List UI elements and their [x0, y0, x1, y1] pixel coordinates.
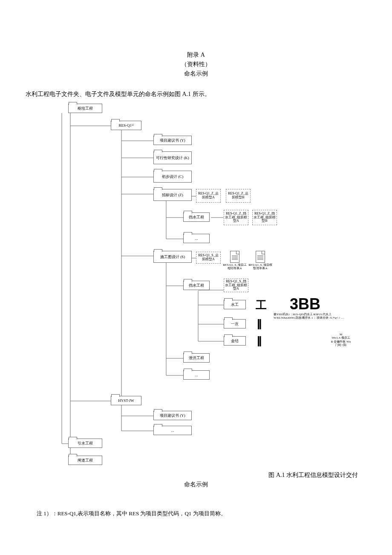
header-line-1: 附录 A [26, 51, 366, 59]
folder-proposal-label: 项目建议书 (Y) [160, 138, 185, 143]
folder-feasibility: 可行性研究设计 (K) [153, 151, 192, 164]
file-dam-model-a: RES-Q1_Z_挡水工程_组装模型A [224, 210, 248, 225]
tiny-line-6: 门时○阳 [324, 343, 358, 347]
folder-hyst-more-label: ... [171, 428, 174, 433]
file-constr-dam-model-label: RES-Q1_S_挡水工程_组装模型A [225, 280, 247, 291]
tiny-line-4: TEv1.S 俄尔工 [324, 336, 358, 340]
folder-yd-label: 一次 [231, 322, 239, 326]
figure-caption-center: 命名示例 [26, 481, 366, 488]
header-line-2: （资料性） [26, 61, 366, 68]
folder-hyst: HYST-JW [111, 396, 141, 405]
doc-icon-spec [230, 251, 239, 263]
folder-bid: 招标设计 (Z) [153, 189, 192, 201]
glyph-2: || [257, 317, 261, 330]
folder-z-more: ... [183, 234, 210, 243]
folder-yd: 一次 [224, 319, 246, 328]
doc-icon-list [256, 251, 265, 263]
folder-hyst-proposal: 项目建议书 (Y) [153, 411, 192, 420]
folder-constr-label: 施工图设计 (S) [160, 255, 185, 259]
glyph-1: 工 [256, 298, 267, 313]
tiny-line-5: R 金偏牛板 Wn [324, 340, 358, 343]
footnote-1: 注 1）：RES-Q1,表示项目名称，其中 RES 为项目类型代码，Q1 为项目… [26, 510, 366, 517]
folder-jj: 金结 [224, 336, 246, 346]
folder-feasibility-label: 可行性研究设计 (K) [156, 156, 189, 160]
appendix-header: 附录 A （资料性） 命名示例 [26, 51, 366, 78]
doc-spec-label: RES-Q1_S_项目工程特性表A [222, 264, 247, 270]
file-bid-model-a-label: RES-Q1_Z_总装模型A [197, 192, 219, 200]
folder-hyst-label: HYST-JW [118, 398, 134, 403]
folder-hyst-proposal-label: 项目建议书 (Y) [160, 413, 185, 418]
folder-constr-dam: 挡水工程 [183, 281, 210, 290]
naming-tree-diagram: 枢纽工程 RES-Q1¹⁾ 项目建议书 (Y) 可行性研究设计 (K) 初步设计… [43, 102, 366, 469]
folder-root-label: 枢纽工程 [78, 106, 93, 111]
folder-s-more-label: ... [195, 373, 198, 378]
folder-constr-dam-label: 挡水工程 [189, 283, 204, 288]
folder-s-more: ... [183, 370, 210, 380]
folder-res-q1-label: RES-Q1¹⁾ [118, 123, 133, 128]
file-bid-model-b-label: RES-Q1_Z_总装模型B [227, 192, 249, 200]
folder-gate-label: 闸道工程 [78, 458, 93, 463]
file-constr-model-a-label: RES-Q1_S_总装模型A [197, 254, 219, 262]
glyph-3: || [257, 334, 261, 347]
folder-flood-label: 泄洪工程 [189, 356, 204, 360]
tiny-line-1: 偷YIIS码水1：M:S-QIS挡水工 RSP1S 代水上 [274, 313, 376, 316]
tiny-line-2: W/KI.WAtiAW#1.防故埔抒水 1： 坝体分块 :S |*q< /: .… [274, 316, 376, 320]
tiny-line-3: M [324, 333, 358, 336]
folder-root: 枢纽工程 [68, 104, 102, 113]
header-line-3: 命名示例 [26, 70, 366, 78]
folder-sg-label: 水工 [231, 302, 239, 307]
folder-res-q1: RES-Q1¹⁾ [111, 121, 141, 130]
file-dam-model-a-label: RES-Q1_Z_挡水工程_组装模型A [225, 212, 247, 223]
folder-dam-label: 挡水工程 [189, 215, 204, 220]
folder-hyst-more: ... [153, 426, 192, 435]
folder-proposal: 项目建议书 (Y) [153, 136, 192, 145]
file-bid-model-a: RES-Q1_Z_总装模型A [196, 189, 221, 203]
file-dam-model-b-label: RES-Q1_Z_挡水工程_组装模型B [254, 212, 276, 223]
intro-text: 水利工程电子文件夹、电子文件及模型单元的命名示例如图 A.1 所示。 [26, 90, 366, 98]
big-3bb: 3BB [290, 295, 320, 313]
folder-diversion-label: 引水工程 [78, 441, 93, 446]
folder-diversion: 引水工程 [68, 439, 102, 448]
folder-sg: 水工 [224, 300, 246, 309]
folder-constr: 施工图设计 (S) [153, 251, 192, 263]
folder-bid-label: 招标设计 (Z) [162, 193, 183, 198]
tiny-text-2: M TEv1.S 俄尔工 R 金偏牛板 Wn 门时○阳 [324, 333, 358, 347]
figure-caption-right: 图 A.1 水利工程信息模型设计交付 [26, 471, 366, 479]
folder-z-more-label: ... [195, 236, 198, 241]
file-dam-model-b: RES-Q1_Z_挡水工程_组装模型B [252, 210, 277, 225]
tree-connectors [43, 102, 392, 469]
file-constr-dam-model: RES-Q1_S_挡水工程_组装模型A [224, 279, 248, 292]
folder-jj-label: 金结 [231, 339, 239, 343]
folder-gate: 闸道工程 [68, 456, 102, 465]
folder-flood: 泄洪工程 [183, 353, 210, 363]
file-bid-model-b: RES-Q1_Z_总装模型B [226, 189, 251, 203]
folder-prelim: 初步设计 (C) [153, 171, 192, 183]
folder-prelim-label: 初步设计 (C) [162, 174, 183, 179]
folder-dam: 挡水工程 [183, 212, 210, 222]
doc-list-label: RES-Q1_S_项目模型清单表A [248, 264, 273, 270]
file-constr-model-a: RES-Q1_S_总装模型A [196, 252, 221, 264]
tiny-text-1: 偷YIIS码水1：M:S-QIS挡水工 RSP1S 代水上 W/KI.WAtiA… [274, 313, 376, 320]
